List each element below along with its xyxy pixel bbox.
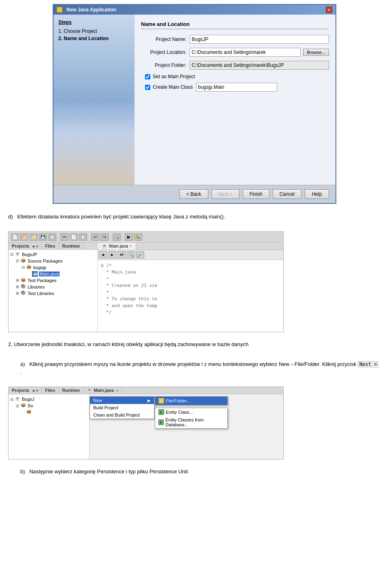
ide2-files-tab[interactable]: Files xyxy=(42,387,59,394)
ide2-tabs: Projects ◄ × Files Runtime ☕ Main.java × xyxy=(9,387,283,394)
nav-zoom2-button[interactable]: 🔎 xyxy=(136,251,144,259)
sub-entity-item[interactable]: E Entity Class... xyxy=(155,408,227,416)
toolbar-save2-icon[interactable]: 📋 xyxy=(48,233,56,241)
code-line-3: * xyxy=(101,276,109,282)
test-icon: 📦 xyxy=(21,278,26,283)
toolbar-copy-icon[interactable]: 📄 xyxy=(70,233,78,241)
section-d-content: Efektem działania kreatora powinien być … xyxy=(17,214,225,220)
ide-screenshot-1: 📄 📂 📁 💾 📋 ✂ 📄 📋 ↩ ↪ 🔍 ▶ 🐛 Projects ◄ × F xyxy=(8,231,284,332)
sub-menu: F File/Folder... xyxy=(155,396,228,405)
ide2-left: ⊟ ☕ BugsJ ⊟ 📦 So 📦 xyxy=(9,394,90,459)
help-button[interactable]: Help xyxy=(305,189,329,199)
step-2[interactable]: 2. Name and Location xyxy=(58,36,130,41)
tree-root[interactable]: ⊟ ☕ BugsJP xyxy=(10,251,96,258)
menu-item-build[interactable]: Build Project xyxy=(90,404,154,411)
editor-content: ⊟ /* * Main.java * * Created on 21 sie *… xyxy=(98,260,283,319)
test-expander: ⊞ xyxy=(16,278,21,282)
ide2-source-label: So xyxy=(28,403,33,408)
section-a: a) Kliknij prawym przyciskiem myszy na i… xyxy=(0,355,389,383)
test-libraries-item[interactable]: ⊞ 📚 Test Libraries xyxy=(16,290,96,297)
toolbar-redo-icon[interactable]: ↪ xyxy=(100,233,109,241)
editor-nav: ◄ ► ⇄ 🔍 🔎 xyxy=(98,250,283,260)
toolbar-folder-icon[interactable]: 📁 xyxy=(30,233,38,241)
projects-tab[interactable]: Projects ◄ × xyxy=(9,243,42,249)
toolbar-paste-icon[interactable]: 📋 xyxy=(79,233,87,241)
ide2-tab-close[interactable]: × xyxy=(116,389,118,393)
main-class-input[interactable] xyxy=(196,83,277,92)
content-heading: Name and Location xyxy=(141,21,329,29)
lib-expander: ⊞ xyxy=(16,284,21,289)
code-line-7: * and open the temp xyxy=(101,303,157,308)
ide-toolbar: 📄 📂 📁 💾 📋 ✂ 📄 📋 ↩ ↪ 🔍 ▶ 🐛 xyxy=(9,232,283,243)
menu-item-clean[interactable]: Clean and Build Project xyxy=(90,411,154,419)
ide2-editor-icon: ☕ xyxy=(87,388,92,393)
cancel-button[interactable]: Cancel xyxy=(273,189,301,199)
back-button[interactable]: < Back xyxy=(180,189,208,199)
dialog-titlebar: New Java Application ✕ xyxy=(53,5,336,15)
main-java-item[interactable]: ☕ Main.java xyxy=(27,271,96,277)
bugsjp-item[interactable]: ⊟ 📦 bugsjp xyxy=(21,264,96,271)
runtime-tab[interactable]: Runtime xyxy=(59,243,83,249)
entity-icon: E xyxy=(158,409,164,415)
dialog-body: Steps 1. Choose Project 2. Name and Loca… xyxy=(53,15,336,185)
editor-main-tab[interactable]: ☕ Main.java × xyxy=(98,243,136,250)
toolbar-save-icon[interactable]: 💾 xyxy=(39,233,47,241)
sub-entity-db-label: Entity Classes from Database... xyxy=(165,417,224,427)
nav-zoom-button[interactable]: 🔍 xyxy=(127,251,135,259)
ide2-runtime-tab[interactable]: Runtime xyxy=(59,387,83,394)
project-location-input[interactable] xyxy=(190,48,301,57)
section-a-text2: . xyxy=(20,369,22,375)
files-tab[interactable]: Files xyxy=(42,243,59,249)
toolbar-run-icon[interactable]: ▶ xyxy=(125,233,133,241)
step-1[interactable]: 1. Choose Project xyxy=(58,28,130,34)
toolbar-cut-icon[interactable]: ✂ xyxy=(60,233,68,241)
sub-entity-db-item[interactable]: E Entity Classes from Database... xyxy=(155,416,227,428)
source-packages-item[interactable]: ⊟ 📦 Source Packages xyxy=(16,258,96,264)
source-expander: ⊟ xyxy=(16,259,21,263)
ide2-source-item[interactable]: ⊟ 📦 So xyxy=(16,402,88,409)
nav-forward-button[interactable]: ► xyxy=(108,251,116,259)
editor-tab-close[interactable]: × xyxy=(130,244,132,248)
toolbar-debug-icon[interactable]: 🐛 xyxy=(134,233,142,241)
code-line-8: */ xyxy=(101,310,112,315)
toolbar-undo-icon[interactable]: ↩ xyxy=(91,233,99,241)
ide2-editor-tab[interactable]: ☕ Main.java × xyxy=(83,387,122,394)
libraries-item[interactable]: ⊞ 📚 Libraries xyxy=(16,284,96,290)
next-button[interactable]: Next > xyxy=(212,189,239,199)
nav-back-button[interactable]: ◄ xyxy=(99,251,107,259)
section-a-text1: Kliknij prawym przyciskiem myszy na ikon… xyxy=(29,361,356,367)
code-line-1: ⊟ /* xyxy=(101,263,112,268)
create-main-label: Create Main Class xyxy=(153,84,193,90)
finish-button[interactable]: Finish xyxy=(243,189,269,199)
ide2-root[interactable]: ⊟ ☕ BugsJ xyxy=(10,396,88,402)
section-a-label: a) xyxy=(20,361,25,367)
new-java-application-dialog: New Java Application ✕ Steps 1. Choose P… xyxy=(53,4,336,204)
ide-screenshot-2: Projects ◄ × Files Runtime ☕ Main.java ×… xyxy=(8,387,284,460)
nav-history-button[interactable]: ⇄ xyxy=(118,251,126,259)
entity-db-icon: E xyxy=(158,419,164,425)
project-name-row: Project Name: xyxy=(141,35,329,44)
titlebar-left: New Java Application xyxy=(57,7,116,13)
toolbar-search-icon[interactable]: 🔍 xyxy=(113,233,121,241)
code-line-4: * Created on 21 sie xyxy=(101,283,157,288)
project-name-label: Project Name: xyxy=(141,36,190,42)
browse-button[interactable]: Browse... xyxy=(303,49,329,56)
ide2-sub-item[interactable]: 📦 xyxy=(21,409,88,415)
code-line-5: * xyxy=(101,290,109,295)
toolbar-new-icon[interactable]: 📄 xyxy=(11,233,19,241)
set-main-label: Set as Main Project xyxy=(153,74,195,79)
ide2-projects-tab[interactable]: Projects ◄ × xyxy=(9,387,42,394)
dialog-footer: < Back Next > Finish Cancel Help xyxy=(53,185,336,203)
section-b-label: b) xyxy=(20,468,25,475)
test-packages-item[interactable]: ⊞ 📦 Test Packages xyxy=(16,277,96,284)
close-button[interactable]: ✕ xyxy=(326,6,332,13)
context-menu: New ▶ Build Project Clean and Build Proj… xyxy=(90,396,154,419)
root-expander: ⊟ xyxy=(10,252,15,257)
toolbar-open-icon[interactable]: 📂 xyxy=(20,233,28,241)
create-main-checkbox[interactable] xyxy=(145,85,150,90)
menu-item-new[interactable]: New ▶ xyxy=(90,397,154,404)
ide2-tab-pin: ◄ × xyxy=(31,389,38,393)
project-name-input[interactable] xyxy=(190,35,329,44)
sub-item-file-folder[interactable]: F File/Folder... xyxy=(155,397,227,405)
set-main-checkbox[interactable] xyxy=(145,74,150,79)
